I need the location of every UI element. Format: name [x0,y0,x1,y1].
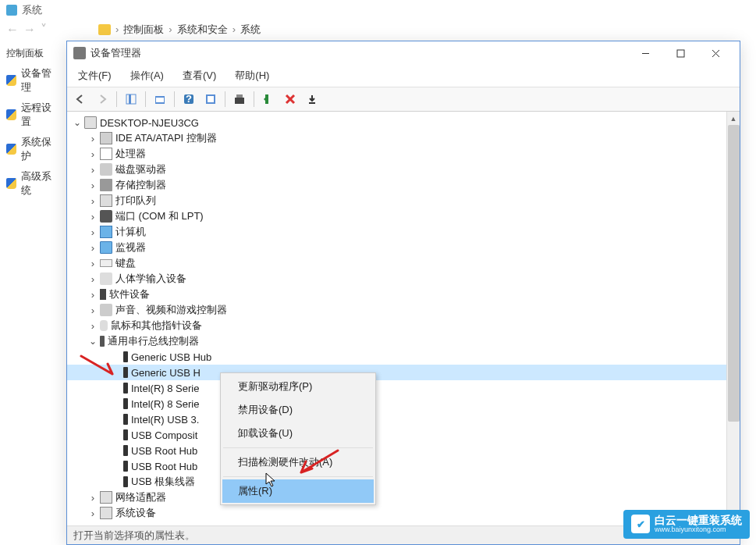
minimize-button[interactable] [628,42,663,64]
scroll-up-icon[interactable]: ▲ [727,112,740,125]
tree-category[interactable]: 磁盘驱动器 [67,162,740,177]
tree-device-usb[interactable]: Generic USB H [67,365,740,380]
tree-device-usb[interactable]: USB Root Hub [67,458,740,474]
toolbar-disable-icon[interactable] [302,89,322,109]
tree-category[interactable]: 计算机 [67,224,740,240]
tree-device-usb[interactable]: Intel(R) 8 Serie [67,380,740,396]
sidebar-item-device-manager[interactable]: 设备管理 [0,63,64,98]
tree-label: 鼠标和其他指针设备 [111,319,202,333]
device-icon [123,351,128,362]
cm-properties[interactable]: 属性(R) [222,479,374,503]
nav-back-icon[interactable]: ← [6,23,19,37]
tree-category[interactable]: 存储控制器 [67,177,740,193]
tree-label: 处理器 [115,147,146,161]
system-titlebar: 系统 [0,0,756,20]
tree-label: 端口 (COM 和 LPT) [115,209,204,223]
toolbar-uninstall-icon[interactable] [280,89,300,109]
tree-category[interactable]: 端口 (COM 和 LPT) [67,208,740,224]
menu-view[interactable]: 查看(V) [175,66,224,85]
breadcrumb-item[interactable]: 系统和安全 [177,23,228,37]
tree-category[interactable]: 软件设备 [67,287,740,302]
cm-update-driver[interactable]: 更新驱动程序(P) [222,375,374,398]
expander-icon[interactable] [87,492,98,503]
tree-category[interactable]: 处理器 [67,146,740,162]
tree-label: IDE ATA/ATAPI 控制器 [115,131,217,145]
device-icon [123,476,128,487]
expander-icon[interactable] [87,273,98,284]
expander-icon[interactable] [72,117,83,128]
expander-icon[interactable] [87,133,98,144]
expander-icon[interactable] [87,211,98,222]
sidebar-item-protection[interactable]: 系统保护 [0,132,64,166]
expander-icon[interactable] [87,164,98,175]
tree-device-usb[interactable]: Intel(R) 8 Serie [67,396,740,411]
toolbar-show-hide-icon[interactable] [121,89,141,109]
system-icon [6,5,17,16]
menu-file[interactable]: 文件(F) [70,66,119,85]
dm-titlebar: 设备管理器 [67,41,740,65]
tree-device-usb[interactable]: Intel(R) USB 3. [67,411,740,427]
expander-icon[interactable] [87,305,98,315]
tree-category[interactable]: 监视器 [67,240,740,255]
context-menu: 更新驱动程序(P) 禁用设备(D) 卸载设备(U) 扫描检测硬件改动(A) 属性… [220,372,376,505]
expander-icon[interactable] [87,195,98,206]
menu-help[interactable]: 帮助(H) [227,66,277,85]
annotation-arrow [295,449,342,476]
expander-icon[interactable] [87,289,98,300]
tree-device-usb[interactable]: Generic USB Hub [67,349,740,365]
device-icon [100,320,108,331]
sidebar-item-advanced[interactable]: 高级系统 [0,166,64,201]
toolbar-properties-icon[interactable] [150,89,170,109]
shield-icon [6,75,16,86]
scroll-thumb[interactable] [728,125,740,422]
nav-forward-icon[interactable]: → [23,23,36,37]
expander-icon[interactable] [87,320,98,331]
menu-action[interactable]: 操作(A) [122,66,172,85]
close-button[interactable] [698,42,733,64]
expander-icon[interactable] [87,336,98,347]
tree-device-usb[interactable]: USB Root Hub [67,443,740,458]
tree-category[interactable]: 人体学输入设备 [67,271,740,287]
expander-icon[interactable] [87,258,98,269]
toolbar-scan-icon[interactable] [201,89,221,109]
sidebar-item-remote[interactable]: 远程设置 [0,98,64,132]
expander-icon[interactable] [87,508,98,518]
tree-device-usb[interactable]: USB Composit [67,427,740,443]
cm-uninstall[interactable]: 卸载设备(U) [222,422,374,445]
expander-icon[interactable] [87,180,98,191]
toolbar-help-icon[interactable]: ? [179,89,199,109]
watermark-icon: ✔ [631,515,650,533]
nav-bar: ← → ˅ › 控制面板 › 系统和安全 › 系统 [0,20,756,38]
annotation-arrow [80,354,119,382]
tree-category-usb[interactable]: 通用串行总线控制器 [67,333,740,349]
toolbar-enable-icon[interactable] [258,89,279,109]
device-icon [100,132,112,144]
expander-icon[interactable] [87,242,98,253]
watermark: ✔ 白云一键重装系统 www.baiyunxitong.com [623,510,750,539]
maximize-button[interactable] [663,42,698,64]
nav-up-icon[interactable]: ˅ [41,22,47,37]
expander-icon[interactable] [87,226,98,237]
tree-device-usb[interactable]: USB 根集线器 [67,474,740,490]
expander-icon[interactable] [87,148,98,159]
breadcrumb-item[interactable]: 系统 [240,23,261,37]
device-tree[interactable]: DESKTOP-NJEU3CGIDE ATA/ATAPI 控制器处理器磁盘驱动器… [67,112,740,520]
tree-category[interactable]: 声音、视频和游戏控制器 [67,302,740,318]
cm-disable[interactable]: 禁用设备(D) [222,398,374,422]
nav-forward-button[interactable] [92,89,112,109]
breadcrumb-item[interactable]: 控制面板 [123,23,164,37]
tree-label: USB Root Hub [131,461,197,472]
tree-category[interactable]: 网络适配器 [67,490,740,505]
tree-category[interactable]: 打印队列 [67,193,740,208]
tree-category[interactable]: 键盘 [67,255,740,271]
tree-category[interactable]: IDE ATA/ATAPI 控制器 [67,130,740,146]
device-icon [100,210,112,223]
nav-back-button[interactable] [70,89,91,109]
breadcrumb[interactable]: › 控制面板 › 系统和安全 › 系统 [98,23,261,37]
tree-category[interactable]: 鼠标和其他指针设备 [67,318,740,333]
cm-separator [223,476,373,477]
toolbar-update-driver-icon[interactable] [229,89,250,109]
scrollbar[interactable]: ▲ ▼ [726,112,740,520]
tree-label: 键盘 [115,256,136,270]
tree-root[interactable]: DESKTOP-NJEU3CG [67,115,740,130]
